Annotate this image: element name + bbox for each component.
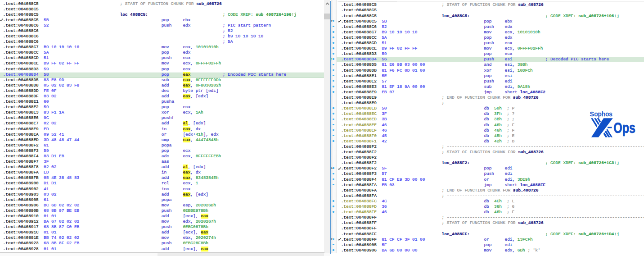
- svg-text:Sophos: Sophos: [590, 110, 612, 118]
- svg-text:Ops: Ops: [613, 119, 635, 136]
